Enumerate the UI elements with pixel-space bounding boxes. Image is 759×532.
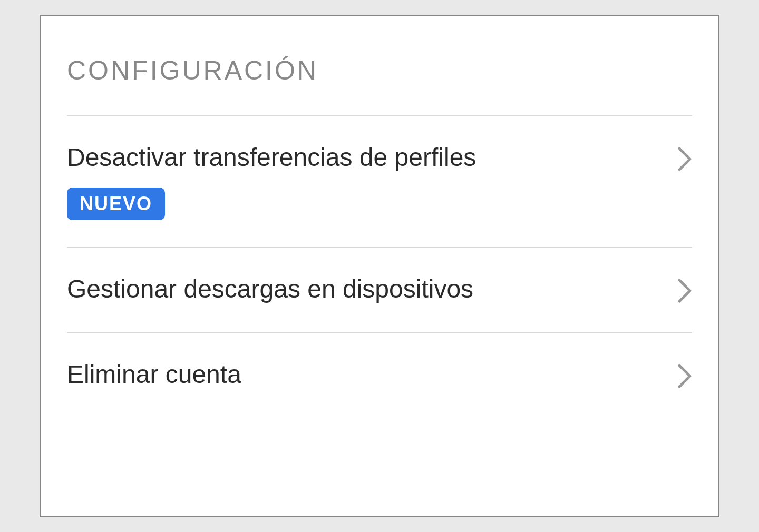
chevron-right-icon bbox=[677, 278, 692, 306]
settings-item-manage-downloads[interactable]: Gestionar descargas en dispositivos bbox=[67, 247, 692, 332]
settings-item-content: Gestionar descargas en dispositivos bbox=[67, 274, 473, 304]
settings-item-content: Eliminar cuenta bbox=[67, 359, 241, 390]
settings-item-content: Desactivar transferencias de perfiles NU… bbox=[67, 142, 476, 220]
settings-item-label: Desactivar transferencias de perfiles bbox=[67, 142, 476, 173]
settings-panel: CONFIGURACIÓN Desactivar transferencias … bbox=[40, 15, 719, 517]
chevron-right-icon bbox=[677, 363, 692, 391]
settings-item-label: Eliminar cuenta bbox=[67, 359, 241, 390]
chevron-right-icon bbox=[677, 146, 692, 174]
settings-item-delete-account[interactable]: Eliminar cuenta bbox=[67, 332, 692, 417]
settings-list: Desactivar transferencias de perfiles NU… bbox=[41, 115, 718, 417]
settings-item-profile-transfers[interactable]: Desactivar transferencias de perfiles NU… bbox=[67, 115, 692, 247]
new-badge: NUEVO bbox=[67, 188, 165, 220]
settings-item-label: Gestionar descargas en dispositivos bbox=[67, 274, 473, 304]
section-title: CONFIGURACIÓN bbox=[41, 16, 718, 115]
